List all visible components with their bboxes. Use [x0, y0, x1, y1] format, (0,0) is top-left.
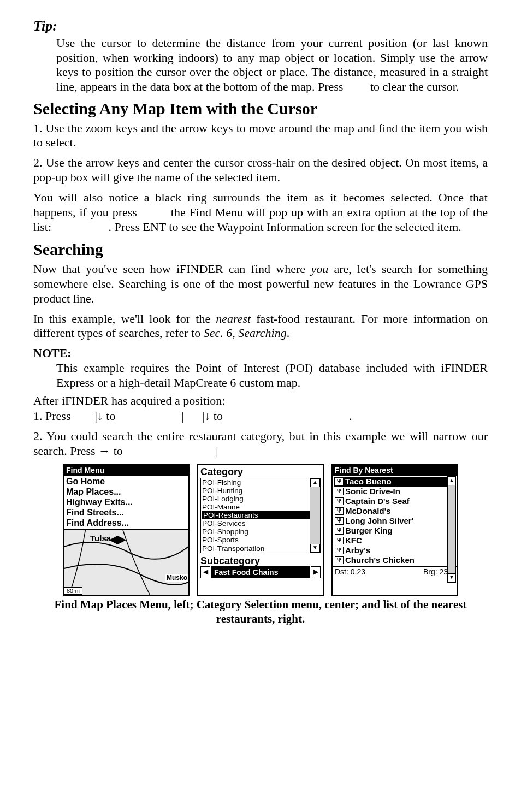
s2-pipe: |: [216, 444, 218, 458]
cat-item-marine[interactable]: POI-Marine: [202, 503, 319, 511]
result-label: McDonald's: [345, 506, 391, 516]
menu-item-find-address[interactable]: Find Address...: [66, 518, 186, 529]
result-sonic[interactable]: Ψ Sonic Drive-In: [334, 487, 456, 496]
tip-body: Use the cursor to determine the distance…: [56, 36, 488, 94]
restaurant-icon: Ψ: [335, 488, 344, 495]
section2-p1-a: Now that you've seen how iFINDER can fin…: [33, 262, 311, 276]
result-label: Arby's: [345, 546, 370, 555]
result-long-john[interactable]: Ψ Long John Silver': [334, 516, 456, 526]
scroll-down-icon[interactable]: ▼: [310, 544, 320, 553]
section1-heading: Selecting Any Map Item with the Cursor: [33, 99, 501, 119]
restaurant-icon: Ψ: [335, 547, 344, 554]
result-captain-d[interactable]: Ψ Captain D's Seaf: [334, 496, 456, 506]
screenshots-row: Find Menu Go Home Map Places... Highway …: [20, 464, 501, 596]
note-body: This example requires the Point of Inter…: [56, 361, 488, 390]
section2-p2: In this example, we'll look for the near…: [33, 312, 488, 341]
s1-pipe2: |: [181, 409, 183, 423]
result-label: Burger King: [345, 526, 393, 536]
result-kfc[interactable]: Ψ KFC: [334, 536, 456, 546]
screen-category: Category POI-Fishing POI-Hunting POI-Lod…: [197, 464, 324, 596]
down-arrow-icon-2: ↓: [204, 409, 210, 423]
note-heading: NOTE:: [33, 346, 501, 361]
cat-item-services[interactable]: POI-Services: [202, 519, 319, 527]
scroll-down-icon[interactable]: ▼: [448, 573, 455, 582]
subcategory-heading: Subcategory: [198, 554, 323, 567]
figure-caption: Find Map Places Menu, left; Category Sel…: [42, 598, 479, 626]
section2-p2-ref: Sec. 6, Searching: [204, 326, 287, 340]
category-heading: Category: [198, 465, 323, 478]
s1-to2: to: [210, 409, 223, 423]
restaurant-icon: Ψ: [335, 507, 344, 515]
svg-marker-0: [109, 536, 126, 544]
find-menu-title: Find Menu: [64, 465, 188, 476]
result-arbys[interactable]: Ψ Arby's: [334, 546, 456, 555]
scroll-up-icon[interactable]: ▲: [310, 478, 320, 487]
map-scale: 80mi: [64, 587, 82, 595]
result-burger-king[interactable]: Ψ Burger King: [334, 526, 456, 536]
map-label-musko: Musko: [165, 574, 188, 582]
screen-results: Find By Nearest Ψ Taco Bueno Ψ Sonic Dri…: [331, 464, 458, 596]
restaurant-icon: Ψ: [335, 478, 344, 485]
section2-p2-nearest: nearest: [216, 312, 251, 325]
section1-p3: You will also notice a black ring surrou…: [33, 191, 488, 234]
menu-item-highway-exits[interactable]: Highway Exits...: [66, 497, 186, 508]
result-label: Church's Chicken: [345, 555, 415, 565]
restaurant-icon: Ψ: [335, 527, 344, 535]
results-scrollbar[interactable]: ▲ ▼: [447, 476, 456, 583]
steps-line2: 2. You could search the entire restauran…: [33, 429, 488, 459]
section2-p1: Now that you've seen how iFINDER can fin…: [33, 262, 488, 306]
screen-find-menu: Find Menu Go Home Map Places... Highway …: [63, 464, 190, 596]
cat-item-restaurants-label: POI-Restaurants: [202, 511, 310, 519]
result-taco-bueno[interactable]: Ψ Taco Bueno: [334, 477, 456, 487]
result-label: Sonic Drive-In: [345, 487, 400, 496]
restaurant-icon: Ψ: [335, 537, 344, 544]
menu-item-map-places[interactable]: Map Places...: [66, 487, 186, 497]
find-menu-list: Go Home Map Places... Highway Exits... F…: [64, 476, 188, 529]
subcat-next-icon[interactable]: ▶: [311, 566, 321, 578]
cat-item-sports[interactable]: POI-Sports: [202, 536, 319, 544]
down-arrow-icon: ↓: [97, 409, 103, 423]
result-label: KFC: [345, 536, 362, 546]
tip-heading: Tip:: [33, 17, 501, 35]
result-label: Taco Bueno: [345, 477, 392, 487]
right-arrow-icon: →: [98, 444, 110, 458]
map-preview: Tulsa Musko 80mi: [64, 529, 188, 595]
cat-item-fishing[interactable]: POI-Fishing: [202, 478, 319, 487]
section1-p2: 2. Use the arrow keys and center the cur…: [33, 156, 488, 185]
restaurant-icon: Ψ: [335, 497, 344, 505]
result-mcdonalds[interactable]: Ψ McDonald's: [334, 506, 456, 516]
restaurant-icon: Ψ: [335, 517, 344, 525]
restaurant-icon: Ψ: [335, 556, 344, 564]
steps-intro: After iFINDER has acquired a position:: [33, 394, 488, 408]
category-scrollbar[interactable]: ▲ ▼: [310, 478, 320, 553]
subcategory-row: ◀ Fast Food Chains ▶: [200, 566, 321, 578]
menu-item-find-streets[interactable]: Find Streets...: [66, 508, 186, 518]
cat-item-transportation[interactable]: POI-Transportation: [202, 544, 319, 553]
section2-heading: Searching: [33, 240, 501, 260]
cat-item-shopping[interactable]: POI-Shopping: [202, 527, 319, 536]
cat-item-lodging[interactable]: POI-Lodging: [202, 495, 319, 503]
subcat-value[interactable]: Fast Food Chains: [211, 566, 310, 578]
result-label: Long John Silver': [345, 516, 413, 526]
map-label-tulsa: Tulsa: [90, 534, 111, 543]
subcat-prev-icon[interactable]: ◀: [200, 566, 210, 578]
cat-item-public-lands[interactable]: Public Lands: [202, 553, 319, 553]
result-churchs[interactable]: Ψ Church's Chicken: [334, 555, 456, 565]
results-status: Dst: 0.23 Brg: 231º: [333, 566, 457, 577]
map-roads-icon: [64, 530, 188, 595]
results-list: Ψ Taco Bueno Ψ Sonic Drive-In Ψ Captain …: [333, 476, 457, 566]
cat-item-restaurants[interactable]: POI-Restaurants: [202, 511, 319, 519]
section1-p1: 1. Use the zoom keys and the arrow keys …: [33, 121, 488, 151]
section2-p2-a: In this example, we'll look for the: [33, 312, 216, 325]
menu-item-go-home[interactable]: Go Home: [66, 477, 186, 487]
scroll-up-icon[interactable]: ▲: [448, 477, 455, 485]
section2-p1-you: you: [311, 262, 328, 276]
s1-press: 1. Press: [33, 409, 70, 423]
s1-to1: to: [103, 409, 116, 423]
cat-item-hunting[interactable]: POI-Hunting: [202, 487, 319, 495]
section2-p2-c: .: [287, 326, 290, 340]
results-title: Find By Nearest: [333, 465, 457, 476]
status-distance: Dst: 0.23: [335, 567, 365, 576]
category-listbox[interactable]: POI-Fishing POI-Hunting POI-Lodging POI-…: [200, 478, 321, 553]
s1-period: .: [349, 409, 352, 423]
